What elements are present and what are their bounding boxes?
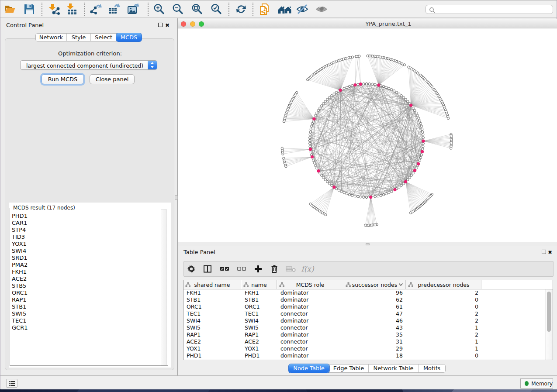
column-header-MCDS-role[interactable]: MCDS role (277, 280, 343, 289)
control-panel-tabs: NetworkStyleSelectMCDS (35, 33, 142, 41)
run-mcds-button[interactable]: Run MCDS (42, 74, 84, 84)
close-panel-button[interactable]: Close panel (90, 74, 135, 84)
zoom-in-button[interactable] (151, 1, 167, 17)
table-tab-motifs[interactable]: Motifs (419, 364, 445, 372)
network-canvas[interactable] (178, 29, 557, 242)
column-header-predecessor-nodes[interactable]: predecessor nodes (406, 280, 481, 289)
table-row[interactable]: ACE2ACE2connector311 (183, 338, 553, 345)
vertical-splitter-handle[interactable] (175, 195, 178, 200)
table-row[interactable]: FKH1FKH1dominator962 (183, 289, 553, 296)
apply-layout-button[interactable] (233, 1, 249, 17)
table-row[interactable]: RAP1RAP1dominator352 (183, 331, 553, 338)
window-close-light[interactable] (181, 21, 186, 27)
memory-button[interactable]: Memory (520, 378, 553, 389)
result-list-scrollbar[interactable] (161, 209, 167, 365)
delete-column-button[interactable] (267, 261, 282, 276)
cell-predecessor-nodes: 2 (406, 289, 478, 296)
cell-predecessor-nodes: 1 (406, 345, 478, 352)
import-table-button[interactable] (64, 1, 80, 17)
horizontal-splitter[interactable] (178, 242, 557, 246)
delete-table-button[interactable] (284, 261, 298, 276)
table-toolbar: f(x) (183, 261, 554, 277)
mcds-result-item[interactable]: ACE2 (12, 275, 28, 282)
copy-network-icon (258, 3, 271, 16)
mcds-result-item[interactable]: CAR1 (12, 220, 28, 227)
float-panel-icon[interactable] (158, 23, 163, 27)
table-scrollbar[interactable] (545, 289, 553, 360)
table-tab-node-table[interactable]: Node Table (289, 364, 329, 373)
control-tab-select[interactable]: Select (91, 34, 117, 41)
table-row[interactable]: SWI5SWI5connector431 (183, 324, 553, 331)
table-row[interactable]: STB1STB1dominator620 (183, 296, 553, 303)
table-tab-edge-table[interactable]: Edge Table (329, 364, 369, 372)
control-tab-mcds[interactable]: MCDS (116, 33, 142, 41)
hide-selected-button[interactable] (294, 1, 310, 17)
mcds-result-item[interactable]: RAP1 (12, 296, 28, 303)
control-tab-network[interactable]: Network (36, 34, 67, 41)
horizontal-splitter-handle[interactable] (366, 243, 370, 245)
table-row[interactable]: PHD1PHD1dominator180 (183, 352, 553, 359)
mcds-result-item[interactable]: YOX1 (12, 241, 28, 248)
function-builder-button[interactable]: f(x) (300, 261, 315, 276)
first-neighbors-button[interactable] (277, 1, 293, 17)
criterion-dropdown[interactable]: largest connected component (undirected) (20, 60, 157, 70)
export-table-button[interactable] (106, 1, 122, 17)
search-input[interactable] (426, 5, 553, 14)
table-row[interactable]: SWI4SWI4dominator462 (183, 317, 553, 324)
node-table[interactable]: shared namenameMCDS rolesuccessor nodesp… (183, 280, 553, 360)
zoom-selected-button[interactable] (208, 1, 224, 17)
mcds-result-item[interactable]: PHD1 (12, 213, 28, 220)
column-header-name[interactable]: name (242, 280, 277, 289)
cell-successor-nodes: 61 (344, 303, 403, 310)
cell-MCDS-role: connector (280, 324, 343, 331)
close-panel-icon[interactable]: ✖ (165, 23, 170, 28)
table-scrollbar-thumb[interactable] (547, 292, 551, 332)
export-network-button[interactable] (88, 1, 104, 17)
table-row[interactable]: TEC1TEC1connector472 (183, 310, 553, 317)
table-close-icon[interactable]: ✖ (548, 250, 552, 255)
table-panel: Table Panel ✖ (178, 246, 557, 375)
mcds-result-item[interactable]: TEC1 (12, 317, 28, 324)
window-zoom-light[interactable] (199, 21, 204, 27)
mcds-result-item[interactable]: TID3 (12, 234, 28, 241)
column-header-shared-name[interactable]: shared name (183, 280, 241, 289)
network-window-titlebar[interactable]: YPA_prune.txt_1 (178, 19, 557, 28)
clone-network-button[interactable] (257, 1, 273, 17)
status-menu-button[interactable] (6, 379, 17, 388)
zoom-out-button[interactable] (170, 1, 186, 17)
mcds-result-item[interactable]: SWI4 (12, 248, 28, 254)
cell-name: ACE2 (245, 338, 277, 345)
mcds-result-item[interactable]: STP4 (12, 227, 28, 234)
mcds-result-item[interactable]: GCR1 (12, 324, 28, 331)
open-file-button[interactable] (2, 1, 18, 17)
mcds-result-item[interactable]: ORC1 (12, 289, 28, 296)
show-all-button[interactable] (314, 1, 329, 17)
cell-shared-name: YOX1 (187, 345, 241, 352)
add-column-button[interactable] (251, 261, 266, 276)
cell-predecessor-nodes: 0 (406, 296, 478, 303)
window-minimize-light[interactable] (190, 21, 195, 27)
save-session-button[interactable] (21, 1, 37, 17)
table-tab-network-table[interactable]: Network Table (369, 364, 419, 372)
sort-descending-icon (399, 283, 403, 286)
column-header-successor-nodes[interactable]: successor nodes (344, 280, 406, 289)
table-row[interactable]: ORC1ORC1dominator610 (183, 303, 553, 310)
mcds-result-item[interactable]: FKH1 (12, 268, 28, 275)
import-network-button[interactable] (46, 1, 62, 17)
mcds-result-item[interactable]: PMA2 (12, 261, 28, 268)
mcds-result-item[interactable]: SWI5 (12, 310, 28, 317)
mcds-result-item[interactable]: SRD1 (12, 254, 28, 261)
table-settings-button[interactable] (184, 261, 199, 276)
zoom-in-icon (152, 3, 166, 16)
select-all-button[interactable] (217, 261, 232, 276)
control-tab-style[interactable]: Style (67, 34, 91, 41)
table-row[interactable]: YOX1YOX1connector291 (183, 345, 553, 352)
zoom-fit-button[interactable] (189, 1, 205, 17)
deselect-all-button[interactable] (234, 261, 249, 276)
mcds-result-list[interactable]: PHD1CAR1STP4TID3YOX1SWI4SRD1PMA2FKH1ACE2… (12, 213, 28, 331)
table-float-icon[interactable] (542, 250, 546, 254)
mcds-result-item[interactable]: STB5 (12, 282, 28, 289)
mcds-result-item[interactable]: STB1 (12, 303, 28, 310)
show-columns-button[interactable] (200, 261, 215, 276)
export-image-button[interactable] (125, 1, 141, 17)
